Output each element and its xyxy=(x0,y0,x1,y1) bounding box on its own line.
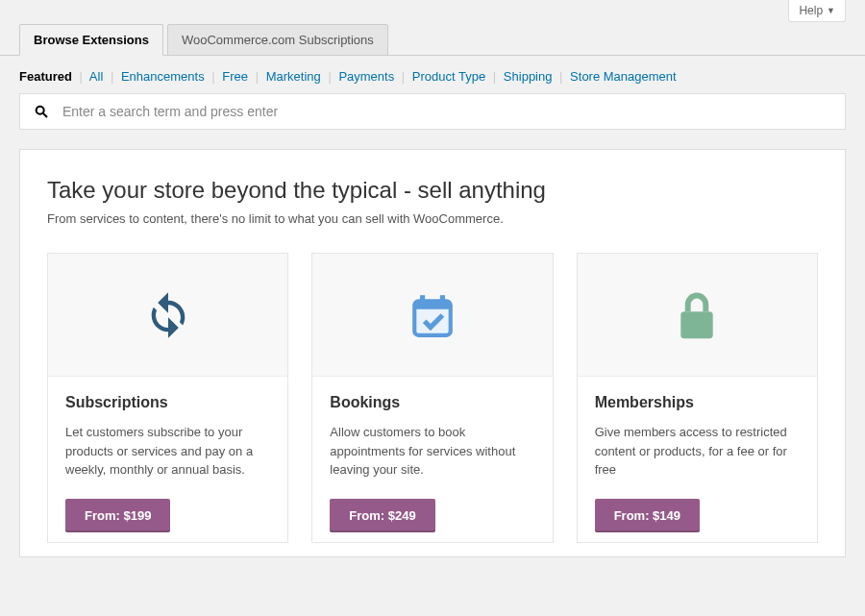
card-bookings: Bookings Allow customers to book appoint… xyxy=(311,253,553,543)
card-desc: Allow customers to book appointments for… xyxy=(330,423,534,480)
filter-featured[interactable]: Featured xyxy=(19,69,72,84)
svg-rect-6 xyxy=(681,311,713,338)
filter-all[interactable]: All xyxy=(89,69,103,84)
search-icon xyxy=(34,104,49,119)
tab-label: Browse Extensions xyxy=(34,33,149,47)
hero-panel: Take your store beyond the typical - sel… xyxy=(19,149,846,557)
tab-label: WooCommerce.com Subscriptions xyxy=(182,33,374,47)
filter-marketing[interactable]: Marketing xyxy=(266,69,321,84)
price-button-bookings[interactable]: From: $249 xyxy=(330,499,434,532)
tabs: Browse Extensions WooCommerce.com Subscr… xyxy=(0,24,865,56)
card-memberships: Memberships Give members access to restr… xyxy=(577,253,818,543)
help-label: Help xyxy=(799,4,823,17)
price-button-memberships[interactable]: From: $149 xyxy=(595,499,700,532)
calendar-check-icon xyxy=(312,254,552,377)
filter-enhancements[interactable]: Enhancements xyxy=(121,69,205,84)
card-title: Bookings xyxy=(330,394,534,411)
tab-woocommerce-subscriptions[interactable]: WooCommerce.com Subscriptions xyxy=(167,24,388,56)
svg-line-1 xyxy=(43,113,47,117)
help-dropdown[interactable]: Help ▼ xyxy=(788,0,846,22)
filter-product-type[interactable]: Product Type xyxy=(412,69,485,84)
search-input[interactable] xyxy=(62,104,831,119)
filter-row: Featured | All | Enhancements | Free | M… xyxy=(0,56,865,93)
chevron-down-icon: ▼ xyxy=(827,6,835,15)
card-desc: Give members access to restricted conten… xyxy=(595,423,800,480)
filter-free[interactable]: Free xyxy=(222,69,248,84)
card-subscriptions: Subscriptions Let customers subscribe to… xyxy=(47,253,288,543)
filter-store-management[interactable]: Store Management xyxy=(570,69,677,84)
card-title: Subscriptions xyxy=(65,394,270,411)
tab-browse-extensions[interactable]: Browse Extensions xyxy=(19,24,163,56)
lock-icon xyxy=(578,254,817,377)
filter-shipping[interactable]: Shipping xyxy=(504,69,553,84)
svg-rect-3 xyxy=(414,301,451,308)
refresh-icon xyxy=(48,254,287,377)
svg-point-0 xyxy=(37,107,44,114)
hero-subtitle: From services to content, there's no lim… xyxy=(47,211,818,226)
card-title: Memberships xyxy=(595,394,800,411)
price-button-subscriptions[interactable]: From: $199 xyxy=(65,499,170,532)
cards: Subscriptions Let customers subscribe to… xyxy=(47,253,818,543)
hero-title: Take your store beyond the typical - sel… xyxy=(47,177,818,204)
card-desc: Let customers subscribe to your products… xyxy=(65,423,270,480)
filter-payments[interactable]: Payments xyxy=(338,69,394,84)
search-bar xyxy=(19,93,846,130)
